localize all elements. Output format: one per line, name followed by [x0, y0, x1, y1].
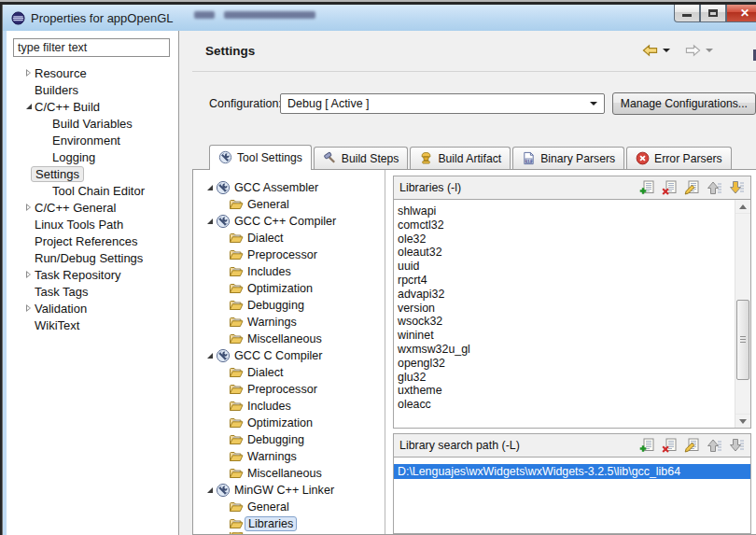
tool-item-miscellaneous[interactable]: Miscellaneous	[193, 331, 385, 347]
forward-menu-caret-icon[interactable]	[706, 49, 713, 52]
sidebar-item-run-debug-settings[interactable]: Run/Debug Settings	[7, 249, 178, 266]
sidebar-item-tool-chain-editor[interactable]: Tool Chain Editor	[7, 182, 178, 199]
folder-icon	[229, 432, 244, 447]
tool-item-includes[interactable]: Includes	[193, 398, 385, 415]
tool-gcc-c-compiler[interactable]: GCC C Compiler	[193, 347, 385, 364]
close-button[interactable]: ✕	[726, 5, 756, 22]
tool-item-dialect[interactable]: Dialect	[193, 364, 385, 381]
expand-collapsed-icon[interactable]	[22, 69, 35, 77]
tab-build-artifact[interactable]: Build Artifact	[410, 147, 511, 169]
library-item[interactable]: glu32	[398, 371, 732, 385]
sidebar-item-task-tags[interactable]: Task Tags	[7, 283, 178, 300]
expand-expanded-icon[interactable]	[204, 353, 216, 359]
configuration-select[interactable]: Debug [ Active ]	[280, 93, 605, 114]
library-item[interactable]: advapi32	[398, 288, 732, 302]
tool-item-clipped	[193, 532, 385, 534]
move-up-icon[interactable]	[707, 438, 722, 453]
tool-item-general[interactable]: General	[193, 196, 385, 213]
library-item[interactable]: uuid	[398, 260, 732, 274]
sidebar-item-linux-tools-path[interactable]: Linux Tools Path	[7, 216, 178, 232]
sidebar-item-build-variables[interactable]: Build Variables	[7, 115, 178, 132]
search-path-item-selected[interactable]: D:\Lenguajes\wxWidgets\wxWidgets-3.2.5\l…	[394, 464, 750, 479]
expand-collapsed-icon[interactable]	[22, 304, 35, 312]
library-item[interactable]: wininet	[398, 329, 732, 343]
tool-item-dialect[interactable]: Dialect	[193, 230, 385, 246]
move-down-icon[interactable]	[729, 180, 745, 195]
scrollbar-thumb[interactable]	[736, 300, 749, 379]
add-icon[interactable]	[639, 180, 655, 195]
library-item[interactable]: wsock32	[398, 315, 732, 329]
library-item[interactable]: version	[398, 302, 732, 316]
tool-gcc-assembler[interactable]: GCC Assembler	[193, 179, 385, 196]
tool-item-warnings[interactable]: Warnings	[193, 448, 385, 465]
tab-binary-parsers[interactable]: Binary Parsers	[512, 147, 624, 169]
library-item[interactable]: opengl32	[398, 357, 732, 371]
tool-item-optimization[interactable]: Optimization	[193, 415, 385, 431]
tool-mingw-cpp-linker[interactable]: MinGW C++ Linker	[193, 482, 385, 499]
dialog-titlebar[interactable]: Properties for appOpenGL ✕	[3, 5, 756, 31]
sidebar-item-wikitext[interactable]: WikiText	[7, 317, 178, 333]
edit-icon[interactable]	[684, 180, 700, 195]
tool-item-optimization[interactable]: Optimization	[193, 280, 385, 297]
delete-icon[interactable]	[662, 438, 678, 453]
tool-item-warnings[interactable]: Warnings	[193, 314, 385, 331]
tab-error-parsers[interactable]: Error Parsers	[626, 147, 731, 169]
tool-item-libraries[interactable]: Libraries	[193, 515, 385, 532]
background-window-ghost-text	[194, 11, 315, 19]
maximize-button[interactable]	[700, 5, 726, 22]
expand-expanded-icon[interactable]	[204, 487, 216, 493]
manage-configurations-button[interactable]: Manage Configurations...	[612, 92, 756, 115]
expand-expanded-icon[interactable]	[204, 185, 216, 190]
expand-collapsed-icon[interactable]	[22, 204, 35, 211]
minimize-button[interactable]	[674, 5, 700, 22]
expand-collapsed-icon[interactable]	[22, 271, 35, 278]
tool-item-includes[interactable]: Includes	[193, 263, 385, 280]
library-item[interactable]: rpcrt4	[398, 274, 732, 288]
sidebar-item-validation[interactable]: Validation	[7, 300, 178, 317]
library-item[interactable]: oleacc	[398, 398, 732, 412]
tool-item-general[interactable]: General	[193, 499, 385, 515]
panel-splitter[interactable]	[179, 31, 192, 535]
sidebar-item-logging[interactable]: Logging	[7, 148, 178, 165]
binary-file-icon	[522, 151, 536, 165]
expand-expanded-icon[interactable]	[204, 218, 216, 224]
tool-item-preprocessor[interactable]: Preprocessor	[193, 246, 385, 263]
delete-icon[interactable]	[662, 180, 678, 195]
scroll-up-icon[interactable]	[735, 200, 750, 214]
expand-expanded-icon[interactable]	[22, 104, 35, 109]
sidebar-item-builders[interactable]: Builders	[7, 81, 178, 98]
libraries-scrollbar[interactable]	[735, 200, 750, 428]
back-menu-caret-icon[interactable]	[663, 49, 670, 52]
sidebar-item-task-repository[interactable]: Task Repository	[7, 266, 178, 283]
library-item[interactable]: ole32	[398, 232, 732, 246]
move-up-icon[interactable]	[707, 180, 722, 195]
add-icon[interactable]	[639, 438, 655, 453]
tab-build-steps[interactable]: Build Steps	[314, 147, 409, 169]
tool-item-debugging[interactable]: Debugging	[193, 297, 385, 314]
sidebar-item-environment[interactable]: Environment	[7, 132, 178, 148]
background-window-edge	[0, 0, 756, 2]
scroll-down-icon[interactable]	[735, 414, 750, 428]
folder-icon	[229, 449, 244, 464]
sidebar-item-ccpp-build[interactable]: C/C++ Build	[7, 98, 178, 115]
library-item[interactable]: wxmsw32u_gl	[398, 343, 732, 357]
edit-icon[interactable]	[684, 438, 700, 453]
forward-arrow-icon[interactable]	[685, 43, 701, 58]
sidebar-item-ccpp-general[interactable]: C/C++ General	[7, 199, 178, 216]
sidebar-item-project-references[interactable]: Project References	[7, 232, 178, 249]
tool-item-debugging[interactable]: Debugging	[193, 431, 385, 448]
tool-settings-panel: GCC Assembler General GCC C++ Compiler D…	[192, 169, 756, 535]
tab-tool-settings[interactable]: Tool Settings	[209, 145, 312, 170]
library-item[interactable]: comctl32	[398, 218, 732, 232]
filter-input[interactable]	[13, 38, 170, 57]
tool-gcc-cpp-compiler[interactable]: GCC C++ Compiler	[193, 213, 385, 230]
library-item[interactable]: oleaut32	[398, 246, 732, 260]
move-down-icon[interactable]	[729, 438, 745, 453]
back-arrow-icon[interactable]	[642, 43, 658, 58]
tool-item-miscellaneous[interactable]: Miscellaneous	[193, 465, 385, 482]
sidebar-item-settings[interactable]: Settings	[7, 165, 178, 182]
sidebar-item-resource[interactable]: Resource	[7, 64, 178, 81]
library-item[interactable]: shlwapi	[398, 204, 732, 218]
tool-item-preprocessor[interactable]: Preprocessor	[193, 381, 385, 398]
library-item[interactable]: uxtheme	[398, 384, 732, 398]
